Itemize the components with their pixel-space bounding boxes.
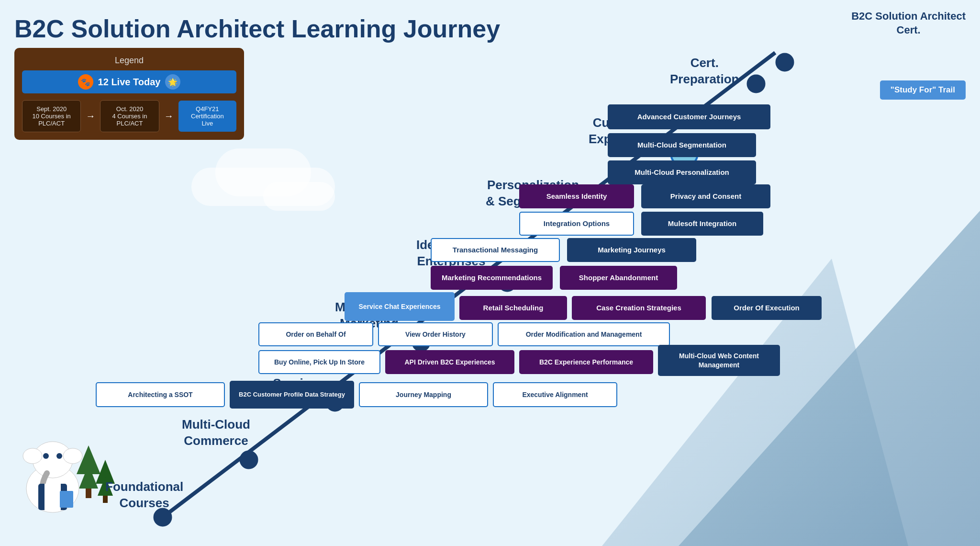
live-today-label: 12 Live Today [98,77,161,88]
svg-point-14 [43,453,49,459]
buy-online-pickup: Buy Online, Pick Up In Store [258,350,380,374]
legend-phase1: Sept. 202010 Courses inPLC/ACT [22,100,81,132]
trailhead-icon: 🐾 [78,74,93,90]
mulesoft-integration: Mulesoft Integration [641,212,763,236]
architecting-ssot: Architecting a SSOT [96,382,225,407]
svg-point-8 [747,75,765,92]
seamless-identity: Seamless Identity [519,184,634,208]
integration-options: Integration Options [519,212,634,236]
legend-timeline: Sept. 202010 Courses inPLC/ACT → Oct. 20… [22,100,236,132]
multicloud-web-content: Multi-Cloud Web Content Management [658,345,780,376]
svg-point-15 [56,453,62,459]
svg-point-9 [776,54,793,71]
astro-icon: 🌟 [165,74,180,90]
executive-alignment: Executive Alignment [493,382,617,407]
marketing-journeys: Marketing Journeys [567,238,696,262]
legend-title: Legend [22,56,236,66]
mascot [14,421,91,517]
page-title: B2C Solution Architect Learning Journey [14,14,500,43]
order-modification: Order Modification and Management [498,322,670,346]
cert-label: B2C Solution ArchitectCert. [851,10,966,37]
advanced-customer-journeys: Advanced Customer Journeys [608,104,770,129]
multicloud-commerce-label: Multi-CloudCommerce [182,417,250,449]
marketing-recommendations: Marketing Recommendations [431,266,553,290]
svg-point-2 [240,451,257,468]
multi-cloud-personalization: Multi-Cloud Personalization [608,160,756,184]
svg-point-13 [63,448,82,464]
transactional-messaging: Transactional Messaging [431,238,560,262]
legend-arrow1: → [86,111,95,122]
view-order-history: View Order History [378,322,493,346]
service-chat-experiences: Service Chat Experiences [345,292,455,321]
study-trail-box: "Study For" Trail [880,80,966,100]
multi-cloud-segmentation: Multi-Cloud Segmentation [608,133,756,157]
legend-box: Legend 🐾 12 Live Today 🌟 Sept. 202010 Co… [14,48,244,140]
api-driven-b2c: API Driven B2C Experiences [385,350,514,374]
legend-arrow2: → [164,111,174,122]
b2c-customer-profile: B2C Customer Profile Data Strategy [230,381,354,409]
svg-rect-17 [45,484,61,510]
svg-rect-18 [60,491,73,508]
privacy-and-consent: Privacy and Consent [641,184,770,208]
cert-prep-label: Cert.Preparation [670,55,739,88]
foundational-label: FoundationalCourses [105,479,183,512]
svg-point-12 [23,448,42,464]
order-of-execution: Order Of Execution [712,296,822,320]
legend-phase3: Q4FY21Certification Live [178,101,236,132]
case-creation-strategies: Case Creation Strategies [572,296,706,320]
legend-phase2: Oct. 20204 Courses inPLC/ACT [100,100,159,132]
order-on-behalf-of: Order on Behalf Of [258,322,373,346]
retail-scheduling: Retail Scheduling [459,296,567,320]
legend-live-today: 🐾 12 Live Today 🌟 [22,70,236,93]
shopper-abandonment: Shopper Abandonment [560,266,677,290]
b2c-experience-performance: B2C Experience Performance [519,350,653,374]
journey-mapping: Journey Mapping [359,382,488,407]
